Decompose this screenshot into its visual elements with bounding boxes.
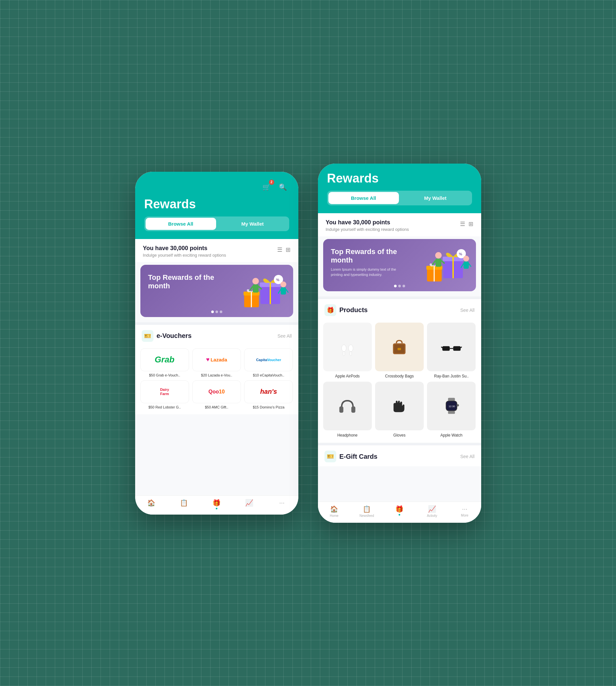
right-nav-rewards[interactable]: 🎁 [383,505,416,517]
svg-text:12:30: 12:30 [448,405,455,408]
nav-activity[interactable]: 📈 [233,499,266,509]
svg-line-42 [441,347,442,348]
list-item[interactable]: han's $15 Domino's Pizza [244,380,293,409]
list-item[interactable]: Grab $50 Grab e-Vouch.. [140,348,189,377]
products-icon: 🎁 [325,304,336,316]
left-phone: 🛒 2 🔍 Rewards Browse All My Wallet You h… [135,172,299,515]
rewards-icon: 🎁 [213,499,221,507]
right-browse-all-tab[interactable]: Browse All [328,192,399,204]
right-view-toggle: ☰ ⊞ [460,220,474,228]
grab-logo: Grab [140,348,189,371]
list-item[interactable]: Apple AirPods [323,323,372,379]
svg-line-8 [249,286,253,291]
bag-image [375,323,424,371]
list-view-icon[interactable]: ☰ [277,246,282,253]
left-phone-body: You have 30,000 points Indulge yourself … [135,239,299,495]
right-phone-body: You have 30,000 points Indulge yourself … [318,213,481,501]
right-more-label: More [461,514,468,517]
left-evouchers-title-group: 🎫 e-Vouchers [142,330,192,342]
right-banner[interactable]: Top Rewards of the month Lorem Ipsum is … [323,239,476,291]
view-toggle: ☰ ⊞ [277,246,290,253]
list-item[interactable]: Dairy Farm $50 Red Lobster G.. [140,380,189,409]
watch-image: 12:30 [427,382,476,430]
left-points-info: You have 30,000 points Indulge yourself … [143,245,226,258]
svg-point-50 [457,404,459,407]
right-egift-title: E-Gift Cards [339,453,378,460]
search-button[interactable]: 🔍 [277,181,289,193]
rayban-name: Ray-Ban Justin Su.. [434,374,469,379]
svg-rect-47 [448,411,455,414]
rewards-active-dot [216,508,217,509]
svg-line-43 [461,347,462,348]
watch-name: Apple Watch [440,433,463,437]
grab-voucher-name: $50 Grab e-Vouch.. [149,373,180,377]
svg-line-31 [469,263,471,267]
capita-logo-wrap: CapitaVoucher [244,348,293,371]
right-more-icon: ··· [462,505,467,513]
list-item[interactable]: ♥ Lazada $20 Lazada e-Vou.. [192,348,241,377]
right-nav-activity[interactable]: 📈 Activity [416,505,448,517]
right-points-subtitle: Indulge yourself with exciting reward op… [326,227,409,232]
left-tab-switcher: Browse All My Wallet [144,216,289,231]
left-points-subtitle: Indulge yourself with exciting reward op… [143,253,226,258]
right-nav-more[interactable]: ··· More [448,505,481,517]
right-products-title-group: 🎁 Products [325,304,368,316]
right-newsfeed-icon: 📋 [363,505,371,513]
capita-voucher-name: $10 eCapitaVouch.. [253,373,284,377]
right-list-view-icon[interactable]: ☰ [460,220,465,228]
browse-all-tab[interactable]: Browse All [146,218,216,230]
right-grid-view-icon[interactable]: ⊞ [468,220,474,228]
right-egift-see-all[interactable]: See All [460,454,475,459]
left-banner-illustration: % [238,268,290,314]
list-item[interactable]: 12:30 Apple Watch [427,382,476,437]
left-points-section: You have 30,000 points Indulge yourself … [135,239,299,262]
left-evouchers-see-all[interactable]: See All [278,334,292,339]
svg-line-15 [286,289,288,293]
left-banner[interactable]: Top Rewards of the month [140,265,293,317]
right-nav-home[interactable]: 🏠 Home [318,505,351,517]
lazada-voucher-name: $20 Lazada e-Vou.. [201,373,232,377]
list-item[interactable]: Crossbody Bags [375,323,424,379]
right-products-see-all[interactable]: See All [460,307,475,313]
right-dot-2 [398,285,401,287]
left-vouchers-grid: Grab $50 Grab e-Vouch.. ♥ Lazada $20 Laz… [135,346,299,414]
left-evouchers-title: e-Vouchers [157,332,192,340]
bag-name: Crossbody Bags [385,374,414,379]
right-dot-1 [394,285,397,287]
right-points-title: You have 30,000 points [326,219,409,226]
right-activity-icon: 📈 [428,505,436,513]
list-item[interactable]: CapitaVoucher $10 eCapitaVouch.. [244,348,293,377]
svg-point-12 [281,281,286,287]
svg-rect-35 [350,352,352,356]
right-bottom-nav: 🏠 Home 📋 Newsfeed 🎁 📈 Activity ··· More [318,501,481,523]
cart-button[interactable]: 🛒 2 [261,181,273,193]
list-item[interactable]: Ray-Ban Justin Su.. [427,323,476,379]
more-icon: ··· [279,499,285,507]
nav-more[interactable]: ··· [266,499,299,509]
right-my-wallet-tab[interactable]: My Wallet [400,192,471,204]
right-phone: Rewards Browse All My Wallet You have 30… [318,164,481,523]
grid-view-icon[interactable]: ⊞ [286,246,290,253]
nav-home[interactable]: 🏠 [135,499,168,509]
svg-point-6 [252,278,259,284]
dot-3 [220,310,222,313]
list-item[interactable]: Headphone [323,382,372,437]
right-banner-illustration: % [420,242,473,288]
my-wallet-tab[interactable]: My Wallet [217,218,288,230]
nav-newsfeed[interactable]: 📋 [168,499,200,509]
newsfeed-icon: 📋 [180,499,188,507]
svg-rect-23 [436,259,441,267]
home-icon: 🏠 [147,499,155,507]
nav-rewards[interactable]: 🎁 [200,499,233,509]
svg-point-28 [463,256,469,261]
dot-2 [216,310,218,313]
list-item[interactable]: Gloves [375,382,424,437]
svg-rect-13 [281,287,286,295]
svg-rect-39 [442,346,450,351]
left-page-title: Rewards [144,197,289,211]
right-points-section: You have 30,000 points Indulge yourself … [318,213,481,236]
right-nav-newsfeed[interactable]: 📋 Newsfeed [351,505,383,517]
left-banner-dots [211,310,222,313]
right-egift-header: 🎫 E-Gift Cards See All [318,445,481,466]
list-item[interactable]: Qoo10 $50 AMC Glft.. [192,380,241,409]
